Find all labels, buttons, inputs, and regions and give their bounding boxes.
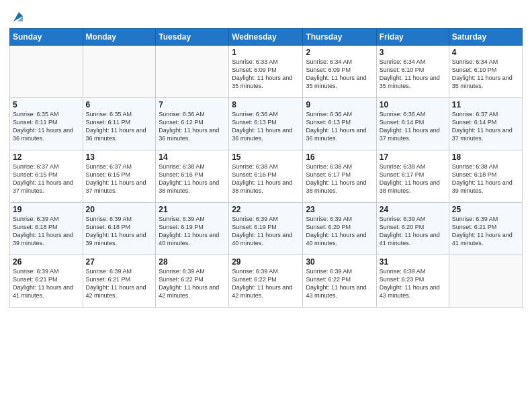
- day-number: 3: [380, 48, 446, 57]
- day-number: 2: [306, 48, 373, 57]
- day-info: Sunrise: 6:39 AM Sunset: 6:20 PM Dayligh…: [380, 215, 446, 248]
- day-number: 21: [159, 205, 226, 214]
- col-header-saturday: Saturday: [449, 29, 522, 46]
- day-info: Sunrise: 6:39 AM Sunset: 6:19 PM Dayligh…: [159, 215, 226, 248]
- calendar-cell: 3Sunrise: 6:34 AM Sunset: 6:10 PM Daylig…: [376, 46, 449, 98]
- calendar-week-3: 12Sunrise: 6:37 AM Sunset: 6:15 PM Dayli…: [10, 150, 523, 203]
- day-info: Sunrise: 6:38 AM Sunset: 6:17 PM Dayligh…: [306, 163, 373, 195]
- calendar-cell: 23Sunrise: 6:39 AM Sunset: 6:20 PM Dayli…: [303, 203, 376, 255]
- logo-icon: [11, 9, 26, 24]
- day-info: Sunrise: 6:39 AM Sunset: 6:22 PM Dayligh…: [306, 267, 373, 300]
- day-info: Sunrise: 6:37 AM Sunset: 6:14 PM Dayligh…: [452, 110, 519, 143]
- calendar-cell: 29Sunrise: 6:39 AM Sunset: 6:22 PM Dayli…: [229, 255, 303, 308]
- day-number: 15: [232, 152, 300, 162]
- calendar-week-4: 19Sunrise: 6:39 AM Sunset: 6:18 PM Dayli…: [10, 203, 523, 255]
- day-number: 25: [452, 205, 519, 214]
- day-info: Sunrise: 6:39 AM Sunset: 6:18 PM Dayligh…: [13, 215, 80, 248]
- calendar-cell: [83, 46, 156, 98]
- day-number: 10: [380, 100, 446, 109]
- logo: [9, 9, 26, 24]
- day-number: 19: [13, 205, 80, 214]
- col-header-sunday: Sunday: [10, 29, 83, 46]
- day-number: 20: [86, 205, 153, 214]
- day-info: Sunrise: 6:39 AM Sunset: 6:23 PM Dayligh…: [380, 267, 446, 300]
- calendar-cell: 16Sunrise: 6:38 AM Sunset: 6:17 PM Dayli…: [303, 150, 376, 203]
- day-info: Sunrise: 6:34 AM Sunset: 6:10 PM Dayligh…: [380, 58, 446, 91]
- col-header-tuesday: Tuesday: [156, 29, 229, 46]
- day-info: Sunrise: 6:36 AM Sunset: 6:13 PM Dayligh…: [232, 110, 300, 143]
- day-number: 18: [452, 152, 519, 162]
- day-info: Sunrise: 6:38 AM Sunset: 6:16 PM Dayligh…: [159, 163, 226, 195]
- calendar-cell: [156, 46, 229, 98]
- day-number: 30: [306, 257, 373, 267]
- day-number: 29: [232, 257, 300, 267]
- day-number: 12: [13, 152, 80, 162]
- day-info: Sunrise: 6:35 AM Sunset: 6:11 PM Dayligh…: [86, 110, 153, 143]
- calendar-cell: 14Sunrise: 6:38 AM Sunset: 6:16 PM Dayli…: [156, 150, 229, 203]
- day-number: 22: [232, 205, 300, 214]
- day-info: Sunrise: 6:38 AM Sunset: 6:16 PM Dayligh…: [232, 163, 300, 195]
- day-number: 9: [306, 100, 373, 109]
- calendar-cell: 30Sunrise: 6:39 AM Sunset: 6:22 PM Dayli…: [303, 255, 376, 308]
- calendar-cell: [449, 255, 522, 308]
- calendar-cell: 21Sunrise: 6:39 AM Sunset: 6:19 PM Dayli…: [156, 203, 229, 255]
- day-info: Sunrise: 6:33 AM Sunset: 6:09 PM Dayligh…: [232, 58, 300, 91]
- day-info: Sunrise: 6:39 AM Sunset: 6:21 PM Dayligh…: [452, 215, 519, 248]
- calendar-cell: 9Sunrise: 6:36 AM Sunset: 6:13 PM Daylig…: [303, 98, 376, 150]
- calendar-header-row: SundayMondayTuesdayWednesdayThursdayFrid…: [10, 29, 523, 46]
- day-number: 17: [380, 152, 446, 162]
- calendar-cell: 22Sunrise: 6:39 AM Sunset: 6:19 PM Dayli…: [229, 203, 303, 255]
- day-number: 26: [13, 257, 80, 267]
- calendar-week-2: 5Sunrise: 6:35 AM Sunset: 6:11 PM Daylig…: [10, 98, 523, 150]
- day-info: Sunrise: 6:39 AM Sunset: 6:19 PM Dayligh…: [232, 215, 300, 248]
- calendar-cell: 4Sunrise: 6:34 AM Sunset: 6:10 PM Daylig…: [449, 46, 522, 98]
- day-number: 27: [86, 257, 153, 267]
- day-number: 13: [86, 152, 153, 162]
- page-container: SundayMondayTuesdayWednesdayThursdayFrid…: [0, 0, 532, 314]
- day-number: 11: [452, 100, 519, 109]
- day-info: Sunrise: 6:38 AM Sunset: 6:17 PM Dayligh…: [380, 163, 446, 195]
- col-header-wednesday: Wednesday: [229, 29, 303, 46]
- calendar-week-1: 1Sunrise: 6:33 AM Sunset: 6:09 PM Daylig…: [10, 46, 523, 98]
- calendar-cell: 7Sunrise: 6:36 AM Sunset: 6:12 PM Daylig…: [156, 98, 229, 150]
- calendar-cell: 10Sunrise: 6:36 AM Sunset: 6:14 PM Dayli…: [376, 98, 449, 150]
- day-info: Sunrise: 6:35 AM Sunset: 6:11 PM Dayligh…: [13, 110, 80, 143]
- day-info: Sunrise: 6:39 AM Sunset: 6:20 PM Dayligh…: [306, 215, 373, 248]
- calendar-cell: 17Sunrise: 6:38 AM Sunset: 6:17 PM Dayli…: [376, 150, 449, 203]
- calendar-cell: 28Sunrise: 6:39 AM Sunset: 6:22 PM Dayli…: [156, 255, 229, 308]
- day-info: Sunrise: 6:39 AM Sunset: 6:22 PM Dayligh…: [159, 267, 226, 300]
- header: [9, 7, 523, 24]
- day-number: 1: [232, 48, 300, 57]
- calendar-cell: 31Sunrise: 6:39 AM Sunset: 6:23 PM Dayli…: [376, 255, 449, 308]
- day-info: Sunrise: 6:37 AM Sunset: 6:15 PM Dayligh…: [86, 163, 153, 195]
- day-info: Sunrise: 6:39 AM Sunset: 6:21 PM Dayligh…: [86, 267, 153, 300]
- calendar-cell: 27Sunrise: 6:39 AM Sunset: 6:21 PM Dayli…: [83, 255, 156, 308]
- calendar-week-5: 26Sunrise: 6:39 AM Sunset: 6:21 PM Dayli…: [10, 255, 523, 308]
- calendar-cell: 18Sunrise: 6:38 AM Sunset: 6:18 PM Dayli…: [449, 150, 522, 203]
- calendar-cell: 24Sunrise: 6:39 AM Sunset: 6:20 PM Dayli…: [376, 203, 449, 255]
- col-header-monday: Monday: [83, 29, 156, 46]
- calendar-cell: 15Sunrise: 6:38 AM Sunset: 6:16 PM Dayli…: [229, 150, 303, 203]
- day-info: Sunrise: 6:38 AM Sunset: 6:18 PM Dayligh…: [452, 163, 519, 195]
- calendar-cell: 20Sunrise: 6:39 AM Sunset: 6:18 PM Dayli…: [83, 203, 156, 255]
- day-number: 4: [452, 48, 519, 57]
- day-info: Sunrise: 6:39 AM Sunset: 6:21 PM Dayligh…: [13, 267, 80, 300]
- col-header-thursday: Thursday: [303, 29, 376, 46]
- calendar-table: SundayMondayTuesdayWednesdayThursdayFrid…: [9, 28, 523, 308]
- day-info: Sunrise: 6:36 AM Sunset: 6:13 PM Dayligh…: [306, 110, 373, 143]
- day-number: 23: [306, 205, 373, 214]
- day-number: 24: [380, 205, 446, 214]
- calendar-cell: 8Sunrise: 6:36 AM Sunset: 6:13 PM Daylig…: [229, 98, 303, 150]
- calendar-cell: 2Sunrise: 6:34 AM Sunset: 6:09 PM Daylig…: [303, 46, 376, 98]
- calendar-cell: [10, 46, 83, 98]
- calendar-cell: 1Sunrise: 6:33 AM Sunset: 6:09 PM Daylig…: [229, 46, 303, 98]
- day-number: 6: [86, 100, 153, 109]
- day-number: 5: [13, 100, 80, 109]
- calendar-cell: 26Sunrise: 6:39 AM Sunset: 6:21 PM Dayli…: [10, 255, 83, 308]
- calendar-cell: 11Sunrise: 6:37 AM Sunset: 6:14 PM Dayli…: [449, 98, 522, 150]
- day-info: Sunrise: 6:37 AM Sunset: 6:15 PM Dayligh…: [13, 163, 80, 195]
- day-info: Sunrise: 6:36 AM Sunset: 6:14 PM Dayligh…: [380, 110, 446, 143]
- calendar-cell: 25Sunrise: 6:39 AM Sunset: 6:21 PM Dayli…: [449, 203, 522, 255]
- calendar-cell: 6Sunrise: 6:35 AM Sunset: 6:11 PM Daylig…: [83, 98, 156, 150]
- day-info: Sunrise: 6:39 AM Sunset: 6:18 PM Dayligh…: [86, 215, 153, 248]
